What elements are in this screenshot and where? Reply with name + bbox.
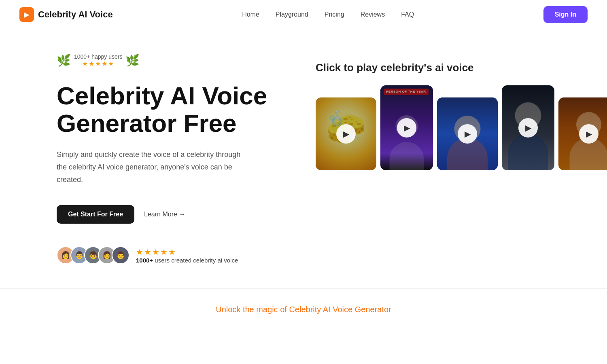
logo-icon: ▶ xyxy=(19,7,34,22)
hero-heading-line2: Generator Free xyxy=(57,109,237,137)
play-button-biden[interactable]: ▶ xyxy=(518,118,538,138)
celebrity-card-trump[interactable]: ▶ xyxy=(437,97,498,170)
signin-button[interactable]: Sign In xyxy=(543,6,588,23)
laurel-right-icon: 🌿 xyxy=(125,54,140,67)
right-panel: Click to play celebrity's ai voice 🧽 ▶ P… xyxy=(316,53,567,170)
navbar: ▶ Celebrity AI Voice Home Playground Pri… xyxy=(0,0,607,29)
laurel-left-icon: 🌿 xyxy=(57,54,71,67)
play-button-trump[interactable]: ▶ xyxy=(458,124,477,144)
badge-text: 1000+ happy users xyxy=(74,53,122,60)
left-panel: 🌿 1000+ happy users ★★★★★ 🌿 Celebrity AI… xyxy=(57,53,299,264)
main-content: 🌿 1000+ happy users ★★★★★ 🌿 Celebrity AI… xyxy=(0,29,607,280)
social-proof: 👩 👨 👦 👩 👨 ★★★★★ 1000+ users created cele… xyxy=(57,246,299,264)
avatar-stack: 👩 👨 👦 👩 👨 xyxy=(57,246,129,264)
play-overlay-biden[interactable]: ▶ xyxy=(502,85,554,170)
nav-faq[interactable]: FAQ xyxy=(401,11,414,18)
social-text: ★★★★★ 1000+ users created celebrity ai v… xyxy=(136,247,238,264)
play-button-modi[interactable]: ▶ xyxy=(579,124,599,144)
nav-home[interactable]: Home xyxy=(242,11,259,18)
play-overlay-trump[interactable]: ▶ xyxy=(437,97,498,170)
cta-buttons: Get Start For Free Learn More → xyxy=(57,205,299,224)
celebrity-card-modi[interactable]: ▶ xyxy=(558,97,607,170)
celebrity-grid: 🧽 ▶ PERSON OF THE YEAR ▶ xyxy=(316,85,567,170)
logo-text: Celebrity AI Voice xyxy=(38,9,113,20)
nav-pricing[interactable]: Pricing xyxy=(325,11,344,18)
award-badge: 🌿 1000+ happy users ★★★★★ 🌿 xyxy=(57,53,299,68)
social-count-bold: 1000+ xyxy=(136,257,153,264)
bottom-section: Unlock the magic of Celebrity AI Voice G… xyxy=(0,288,607,330)
learn-more-link[interactable]: Learn More → xyxy=(144,211,185,218)
celebrity-card-taylor[interactable]: PERSON OF THE YEAR ▶ xyxy=(380,85,433,170)
hero-heading: Celebrity AI Voice Generator Free xyxy=(57,82,299,137)
celebrity-card-biden[interactable]: ▶ xyxy=(502,85,554,170)
nav-links: Home Playground Pricing Reviews FAQ xyxy=(242,11,414,18)
play-overlay-spongebob[interactable]: ▶ xyxy=(316,97,376,170)
play-overlay-taylor[interactable]: ▶ xyxy=(380,85,433,170)
logo[interactable]: ▶ Celebrity AI Voice xyxy=(19,7,113,22)
celebrity-card-spongebob[interactable]: 🧽 ▶ xyxy=(316,97,376,170)
right-panel-title: Click to play celebrity's ai voice xyxy=(316,61,567,74)
nav-reviews[interactable]: Reviews xyxy=(361,11,385,18)
badge-stars: ★★★★★ xyxy=(82,60,115,68)
bottom-section-text: Unlock the magic of Celebrity AI Voice G… xyxy=(16,305,591,314)
play-overlay-modi[interactable]: ▶ xyxy=(558,97,607,170)
play-button-taylor[interactable]: ▶ xyxy=(397,118,416,138)
social-stars: ★★★★★ xyxy=(136,247,238,257)
social-count-label: users created celebrity ai voice xyxy=(155,257,238,264)
avatar: 👨 xyxy=(112,246,129,264)
hero-heading-line1: Celebrity AI Voice xyxy=(57,82,267,110)
hero-description: Simply and quickly create the voice of a… xyxy=(57,148,251,186)
play-button-spongebob[interactable]: ▶ xyxy=(336,124,356,144)
nav-playground[interactable]: Playground xyxy=(276,11,308,18)
social-count: 1000+ users created celebrity ai voice xyxy=(136,257,238,264)
get-start-button[interactable]: Get Start For Free xyxy=(57,205,134,224)
